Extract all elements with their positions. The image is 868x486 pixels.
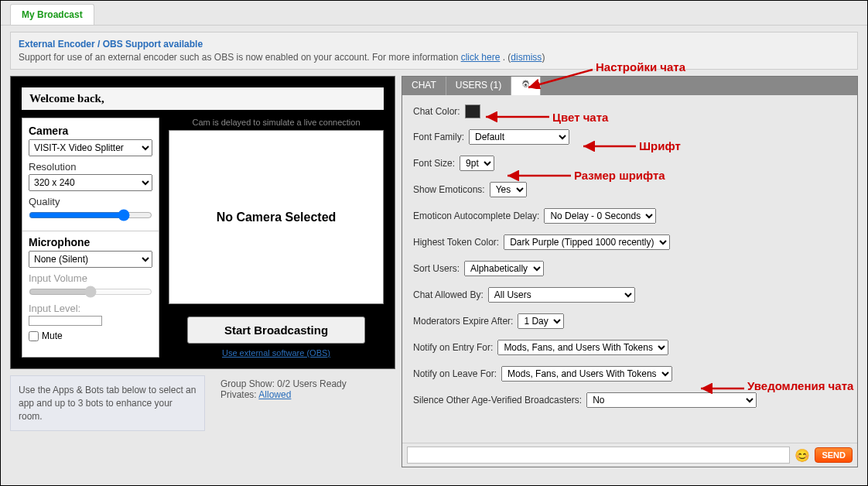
tab-my-broadcast[interactable]: My Broadcast [10, 4, 94, 25]
emoji-icon[interactable]: 😊 [795, 448, 810, 463]
mute-label: Mute [42, 330, 63, 341]
notice-end: ) [542, 52, 545, 63]
highest-token-select[interactable]: Dark Purple (Tipped 1000 recently) [504, 234, 670, 250]
device-controls: Camera VISIT-X Video Splitter Resolution… [22, 118, 159, 358]
notify-leave-label: Notify on Leave For: [413, 368, 497, 379]
mic-select[interactable]: None (Silent) [29, 251, 152, 268]
welcome-bar: Welcome back, [22, 87, 384, 110]
camera-select[interactable]: VISIT-X Video Splitter [29, 139, 152, 156]
resolution-label: Resolution [29, 161, 152, 173]
apps-bots-hint: Use the Apps & Bots tab below to select … [10, 375, 205, 431]
obs-notice: External Encoder / OBS Support available… [10, 32, 858, 70]
quality-label: Quality [29, 196, 152, 207]
chat-input[interactable] [407, 447, 790, 464]
font-size-select[interactable]: 9pt [460, 156, 494, 171]
show-emoticons-label: Show Emoticons: [413, 184, 485, 195]
input-volume-slider [29, 286, 152, 298]
sort-users-select[interactable]: Alphabetically [464, 261, 544, 276]
cam-delay-text: Cam is delayed to simulate a live connec… [169, 118, 384, 127]
privates-link[interactable]: Allowed [258, 389, 291, 400]
sort-users-label: Sort Users: [413, 263, 460, 274]
emo-delay-select[interactable]: No Delay - 0 Seconds [544, 208, 656, 224]
camera-heading: Camera [29, 125, 152, 137]
tab-users[interactable]: USERS (1) [446, 77, 511, 95]
click-here-link[interactable]: click here [461, 52, 501, 63]
gear-icon [521, 80, 531, 90]
emo-delay-label: Emoticon Autocomplete Delay: [413, 210, 539, 221]
dismiss-link[interactable]: dismiss [511, 52, 542, 63]
notice-text: Support for use of an external encoder s… [19, 52, 461, 63]
font-family-select[interactable]: Default [469, 129, 569, 145]
mute-checkbox[interactable] [29, 331, 39, 341]
silence-select[interactable]: No [586, 392, 757, 408]
mods-expire-select[interactable]: 1 Day [518, 313, 564, 329]
quality-slider[interactable] [29, 209, 152, 221]
input-volume-label: Input Volume [29, 272, 152, 284]
chat-tab-bar: CHAT USERS (1) [402, 77, 857, 95]
video-panel: Welcome back, Camera VISIT-X Video Split… [10, 76, 395, 369]
tab-chat[interactable]: CHAT [402, 77, 446, 95]
video-placeholder: No Camera Selected [169, 130, 384, 304]
notify-entry-select[interactable]: Mods, Fans, and Users With Tokens [497, 340, 668, 355]
input-level-meter [29, 316, 102, 326]
show-emoticons-select[interactable]: Yes [490, 182, 527, 197]
notify-entry-label: Notify on Entry For: [413, 342, 493, 353]
start-broadcasting-button[interactable]: Start Broadcasting [187, 317, 365, 344]
status-info: Group Show: 0/2 Users Ready Privates: Al… [220, 375, 347, 431]
chat-allowed-label: Chat Allowed By: [413, 289, 484, 300]
resolution-select[interactable]: 320 x 240 [29, 174, 152, 191]
silence-label: Silence Other Age-Verified Broadcasters: [413, 395, 582, 406]
highest-token-label: Highest Token Color: [413, 237, 499, 248]
notify-leave-select[interactable]: Mods, Fans, and Users With Tokens [501, 366, 672, 382]
privates-label: Privates: [220, 389, 258, 400]
notice-body: Support for use of an external encoder s… [19, 52, 849, 63]
input-level-label: Input Level: [29, 303, 152, 326]
notice-title: External Encoder / OBS Support available [19, 39, 849, 50]
font-family-label: Font Family: [413, 132, 464, 142]
font-size-label: Font Size: [413, 158, 455, 169]
mods-expire-label: Moderators Expire After: [413, 316, 513, 327]
chat-color-label: Chat Color: [413, 106, 460, 117]
obs-link[interactable]: Use external software (OBS) [169, 348, 384, 358]
tab-settings[interactable] [511, 77, 541, 95]
chat-allowed-select[interactable]: All Users [488, 287, 635, 303]
notice-sep: . ( [503, 52, 511, 63]
chat-color-swatch[interactable] [465, 104, 480, 118]
settings-panel: Chat Color: Font Family: Default Font Si… [402, 95, 857, 443]
microphone-heading: Microphone [29, 236, 152, 248]
group-show-status: Group Show: 0/2 Users Ready [220, 378, 347, 389]
send-button[interactable]: SEND [815, 447, 853, 463]
